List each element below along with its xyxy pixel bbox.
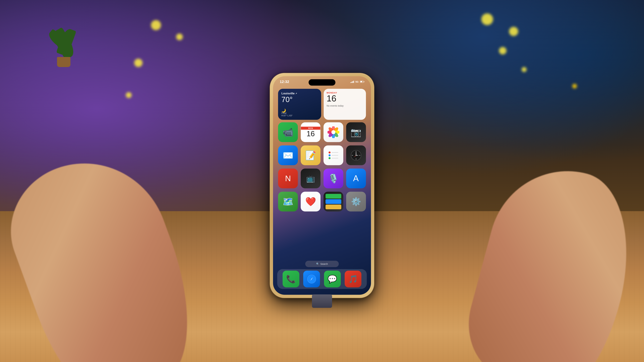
- bokeh-light: [522, 67, 526, 72]
- weather-city: Louisville ↗: [282, 92, 318, 95]
- app-row-2: ✉️ 📝: [278, 145, 366, 165]
- dock-app-phone[interactable]: 📞: [282, 271, 299, 287]
- weather-widget[interactable]: Louisville ↗ 70° 🌙 Clear H:87° L:63°: [278, 89, 321, 120]
- plant-decoration: [47, 0, 80, 67]
- dock-app-messages[interactable]: 💬: [324, 271, 341, 287]
- weather-high-low: Clear H:87° L:63°: [282, 112, 293, 117]
- app-appletv[interactable]: 📺: [301, 169, 320, 188]
- gear-icon: ⚙️: [351, 197, 361, 206]
- signal-bar-3: [352, 81, 353, 83]
- app-appstore[interactable]: A: [346, 169, 366, 188]
- app-mail[interactable]: ✉️: [278, 145, 298, 165]
- app-calendar[interactable]: MON 16: [301, 122, 320, 142]
- app-row-4: 🗺️ ❤️ ⚙️: [278, 192, 366, 212]
- widgets-row: Louisville ↗ 70° 🌙 Clear H:87° L:63° MON…: [278, 89, 366, 120]
- app-wallet[interactable]: [324, 192, 343, 212]
- signal-bar-1: [350, 82, 351, 83]
- heart-icon: ❤️: [305, 196, 316, 207]
- app-row-3: N 📺 🎙️ A: [278, 169, 366, 188]
- bokeh-light: [509, 27, 518, 36]
- bokeh-light: [176, 33, 183, 40]
- signal-bar-2: [351, 82, 352, 83]
- calendar-app-day: MON: [301, 127, 320, 130]
- search-label: Search: [320, 263, 328, 265]
- app-dock: 📞 💬 🎵: [277, 269, 367, 289]
- app-health[interactable]: ❤️: [301, 192, 320, 212]
- app-camera[interactable]: 📷: [346, 122, 366, 142]
- status-icons: 5G: [350, 80, 364, 83]
- appstore-icon: A: [350, 173, 362, 184]
- app-row-1: 📹 MON 16: [278, 122, 366, 142]
- app-clock[interactable]: [346, 145, 366, 165]
- clock-icon: [350, 149, 362, 161]
- app-reminders[interactable]: [324, 145, 343, 165]
- app-facetime[interactable]: 📹: [278, 122, 298, 142]
- signal-bar-4: [353, 81, 354, 83]
- bokeh-light: [151, 20, 161, 30]
- app-podcasts[interactable]: 🎙️: [324, 169, 343, 188]
- search-icon: 🔍: [316, 263, 319, 266]
- calendar-day-number: 16: [327, 94, 363, 103]
- calendar-widget[interactable]: MONDAY 16 No events today: [324, 89, 366, 120]
- iphone-device: 12:32 5G: [270, 73, 374, 298]
- bokeh-light: [499, 47, 506, 54]
- app-grid: 📹 MON 16: [278, 122, 366, 215]
- dock-app-music[interactable]: 🎵: [345, 271, 362, 287]
- app-settings[interactable]: ⚙️: [346, 192, 366, 212]
- app-news[interactable]: N: [278, 169, 298, 188]
- weather-temperature: 70°: [282, 95, 318, 104]
- signal-bars-icon: [350, 80, 354, 83]
- iphone-body: 12:32 5G: [270, 73, 374, 298]
- dynamic-island: [308, 79, 336, 86]
- calendar-app-date: 16: [306, 130, 315, 138]
- bokeh-light: [126, 92, 132, 98]
- svg-text:A: A: [353, 173, 359, 183]
- appletv-icon: 📺: [306, 174, 315, 183]
- status-time: 12:32: [280, 79, 289, 84]
- svg-point-9: [332, 130, 336, 134]
- svg-point-18: [356, 155, 356, 156]
- iphone-screen: 12:32 5G: [273, 76, 371, 295]
- bokeh-light: [481, 13, 493, 25]
- network-type: 5G: [355, 80, 358, 83]
- safari-icon: [306, 274, 317, 284]
- app-maps[interactable]: 🗺️: [278, 192, 298, 212]
- dock-app-safari[interactable]: [303, 271, 320, 287]
- battery-icon: [360, 81, 364, 83]
- bokeh-light: [134, 59, 142, 67]
- photos-icon: [328, 126, 339, 138]
- bokeh-light: [572, 84, 577, 88]
- location-arrow-icon: ↗: [295, 92, 297, 95]
- phone-stand: [312, 295, 332, 308]
- calendar-no-events: No events today: [327, 104, 363, 107]
- app-notes[interactable]: 📝: [301, 145, 320, 165]
- app-photos[interactable]: [324, 122, 343, 142]
- search-bar[interactable]: 🔍 Search: [305, 261, 339, 267]
